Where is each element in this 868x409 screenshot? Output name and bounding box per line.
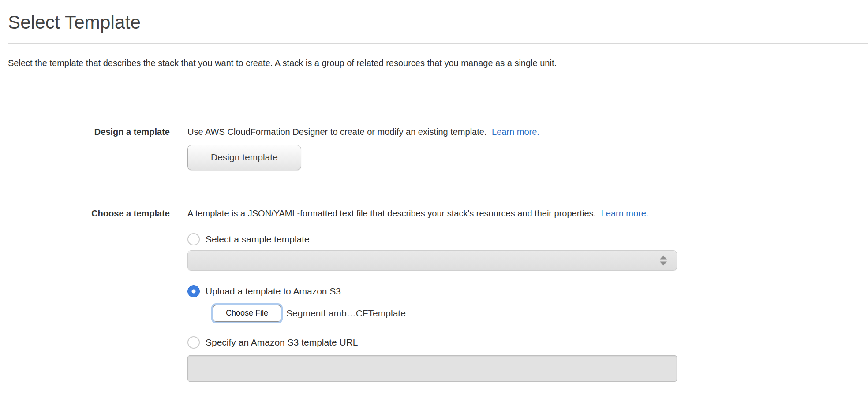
design-template-button[interactable]: Design template (187, 145, 301, 170)
url-template-option: Specify an Amazon S3 template URL (187, 336, 868, 349)
design-template-label: Design a template (0, 126, 170, 138)
s3-template-url-input[interactable] (187, 355, 677, 382)
page-title: Select Template (8, 11, 868, 33)
choose-template-description: A template is a JSON/YAML-formatted text… (187, 207, 868, 219)
choose-template-row: Choose a template A template is a JSON/Y… (0, 207, 868, 382)
choose-file-button[interactable]: Choose File (213, 305, 281, 322)
sample-template-select[interactable] (187, 250, 677, 271)
choose-template-description-text: A template is a JSON/YAML-formatted text… (187, 208, 596, 218)
choose-template-content: A template is a JSON/YAML-formatted text… (187, 207, 868, 382)
design-template-row: Design a template Use AWS CloudFormation… (0, 126, 868, 170)
sample-template-option: Select a sample template (187, 233, 868, 246)
upload-template-radio-label[interactable]: Upload a template to Amazon S3 (206, 285, 341, 298)
select-spinner-icon (660, 255, 667, 265)
sample-template-radio-label[interactable]: Select a sample template (206, 233, 310, 246)
file-upload-row: Choose File SegmentLamb…CFTemplate (213, 305, 868, 322)
intro-text: Select the template that describes the s… (8, 57, 860, 69)
url-template-radio-label[interactable]: Specify an Amazon S3 template URL (206, 336, 358, 349)
url-template-radio[interactable] (187, 336, 200, 349)
design-template-content: Use AWS CloudFormation Designer to creat… (187, 126, 868, 170)
design-template-description-text: Use AWS CloudFormation Designer to creat… (187, 127, 486, 137)
choose-learn-more-link[interactable]: Learn more. (601, 208, 649, 218)
upload-template-option: Upload a template to Amazon S3 (187, 285, 868, 298)
uploaded-file-name: SegmentLamb…CFTemplate (286, 308, 406, 319)
select-template-page: Select Template Select the template that… (0, 11, 868, 409)
spinner-down-arrow-icon (660, 261, 667, 265)
sample-template-radio[interactable] (187, 233, 200, 245)
upload-template-radio[interactable] (187, 285, 200, 297)
select-template-form: Design a template Use AWS CloudFormation… (0, 126, 868, 382)
title-divider (8, 43, 868, 44)
spinner-up-arrow-icon (660, 255, 667, 259)
design-template-description: Use AWS CloudFormation Designer to creat… (187, 126, 868, 138)
design-learn-more-link[interactable]: Learn more. (492, 127, 539, 137)
choose-template-label: Choose a template (0, 207, 170, 219)
